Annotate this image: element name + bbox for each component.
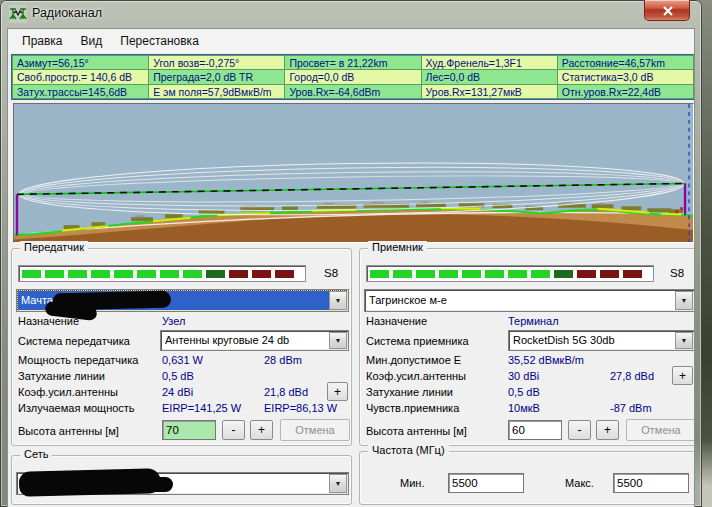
plus-icon: + (334, 385, 341, 399)
link-parameters-panel: Азимут=56,15° Угол возв=-0,275° Просвет=… (11, 54, 695, 100)
signal-segment (531, 270, 550, 278)
tx-height-decrease-button[interactable]: - (222, 420, 245, 440)
tx-purpose-label: Назначение (18, 315, 79, 327)
param-elev-angle: Угол возв=-0,275° (149, 56, 284, 69)
tx-line-loss-value: 0,5 dB (162, 370, 194, 382)
frequency-max-input[interactable] (613, 473, 689, 493)
menu-swap[interactable]: Перестановка (111, 31, 208, 51)
signal-segment (229, 270, 248, 278)
menu-edit[interactable]: Правка (13, 31, 72, 51)
tx-station-dropdown-button[interactable]: ▼ (329, 291, 347, 310)
signal-segment (252, 270, 271, 278)
chevron-down-icon: ▼ (335, 297, 342, 304)
rx-station-dropdown-button[interactable]: ▼ (675, 291, 693, 310)
tx-antenna-height-label: Высота антенны [м] (18, 425, 119, 437)
signal-segment (485, 270, 504, 278)
tx-cancel-button[interactable]: Отмена (280, 419, 350, 441)
tx-power-watts: 0,631 W (162, 354, 203, 366)
tx-antenna-height-input[interactable] (162, 420, 216, 440)
frequency-group-label: Частота (МГц) (368, 444, 449, 456)
rx-sensitivity-dbm: -87 dBm (610, 402, 652, 414)
param-distance: Расстояние=46,57km (558, 56, 693, 69)
signal-segment (160, 270, 179, 278)
client-area: Правка Вид Перестановка Азимут=56,15° Уг… (7, 28, 695, 507)
param-free-space: Своб.простр.= 140,6 dB (13, 70, 148, 83)
frequency-min-label: Мин. (400, 477, 424, 489)
signal-segment (114, 270, 133, 278)
rx-system-dropdown-button[interactable]: ▼ (675, 332, 693, 349)
network-combobox[interactable]: ▼ (16, 472, 349, 495)
tx-gain-label: Коэф.усил.антенны (18, 386, 118, 398)
desktop: Радиоканал Правка Вид Перестановка Азиму… (0, 0, 712, 507)
param-rx-level-uv: Уров.Rx=131,27мкВ (422, 85, 557, 98)
signal-segment (623, 270, 642, 278)
tx-system-label: Система передатчика (18, 335, 130, 347)
tx-gain-plus-button[interactable]: + (327, 382, 348, 401)
param-path-loss: Затух.трассы=145,6dB (13, 85, 148, 98)
rx-gain-dbi: 30 dBi (508, 370, 539, 382)
chevron-down-icon: ▼ (681, 337, 688, 344)
tx-cancel-label: Отмена (295, 424, 334, 436)
signal-segment (416, 270, 435, 278)
signal-segment (554, 270, 573, 278)
signal-segment (22, 270, 41, 278)
minus-icon: - (232, 423, 236, 437)
tx-signal-bar (18, 265, 306, 282)
signal-segment (600, 270, 619, 278)
chevron-down-icon: ▼ (335, 337, 342, 344)
tx-system-combobox[interactable]: Антенны круговые 24 db ▼ (160, 330, 349, 351)
frequency-min-input[interactable] (448, 473, 524, 493)
chevron-down-icon: ▼ (681, 297, 688, 304)
tx-system-dropdown-button[interactable]: ▼ (329, 332, 347, 349)
network-dropdown-button[interactable]: ▼ (329, 474, 347, 493)
rx-gain-plus-button[interactable]: + (672, 366, 693, 385)
rx-system-combobox[interactable]: RocketDish 5G 30db ▼ (508, 330, 695, 351)
rx-purpose-label: Назначение (366, 315, 427, 327)
tx-signal-level: S8 (324, 267, 338, 279)
signal-segment (45, 270, 64, 278)
rx-antenna-height-input[interactable] (508, 420, 562, 440)
tx-system-value: Антенны круговые 24 db (165, 334, 289, 346)
rx-cancel-button[interactable]: Отмена (626, 419, 695, 441)
param-clearance: Просвет= в 21,22km (285, 56, 420, 69)
param-obstruction: Преграда=2,0 dB TR (149, 70, 284, 83)
tx-line-loss-label: Затухание линии (18, 370, 105, 382)
param-urban: Город=0,0 dB (285, 70, 420, 83)
tx-gain-dbi: 24 dBi (162, 386, 193, 398)
signal-segment (439, 270, 458, 278)
rx-cancel-label: Отмена (641, 424, 680, 436)
rx-min-e-label: Мин.допустимое Е (366, 354, 461, 366)
rx-sensitivity-uv: 10мкВ (508, 402, 540, 414)
plus-icon: + (258, 423, 265, 437)
network-group-label: Сеть (20, 448, 52, 460)
rx-height-increase-button[interactable]: + (596, 420, 619, 440)
rx-purpose-value: Терминал (508, 315, 559, 327)
rx-gain-label: Коэф.усил.антенны (366, 370, 466, 382)
rx-signal-bar (366, 265, 654, 282)
chevron-down-icon: ▼ (335, 480, 342, 487)
menu-view[interactable]: Вид (72, 31, 112, 51)
rx-line-loss-value: 0,5 dB (508, 386, 540, 398)
signal-segment (183, 270, 202, 278)
transmitter-group-label: Передатчик (20, 241, 88, 253)
param-forest: Лес=0,0 dB (422, 70, 557, 83)
rx-station-value: Тагринское м-е (369, 294, 447, 306)
censored-scribble (127, 477, 173, 492)
signal-segment (508, 270, 527, 278)
rx-height-decrease-button[interactable]: - (568, 420, 591, 440)
rx-system-value: RocketDish 5G 30db (513, 334, 615, 346)
receiver-group-label: Приемник (368, 241, 427, 253)
signal-segment (206, 270, 225, 278)
title-bar[interactable]: Радиоканал (0, 0, 702, 28)
signal-segment (462, 270, 481, 278)
param-rx-level-dbm: Уров.Rx=-64,6dBm (285, 85, 420, 98)
tx-height-increase-button[interactable]: + (250, 420, 273, 440)
tx-power-label: Мощность передатчика (18, 354, 138, 366)
rx-station-combobox[interactable]: Тагринское м-е ▼ (364, 289, 695, 312)
transmitter-group: Передатчик S8 Мачта ▼ Назначение (11, 248, 352, 446)
frequency-group: Частота (МГц) Мин. Макс. (359, 451, 695, 505)
param-statistics: Статистика=3,0 dB (558, 70, 693, 83)
close-button[interactable] (644, 0, 690, 21)
param-e-field: Е эм поля=57,9dBмкВ/m (149, 85, 284, 98)
tx-station-combobox[interactable]: Мачта ▼ (16, 289, 349, 312)
